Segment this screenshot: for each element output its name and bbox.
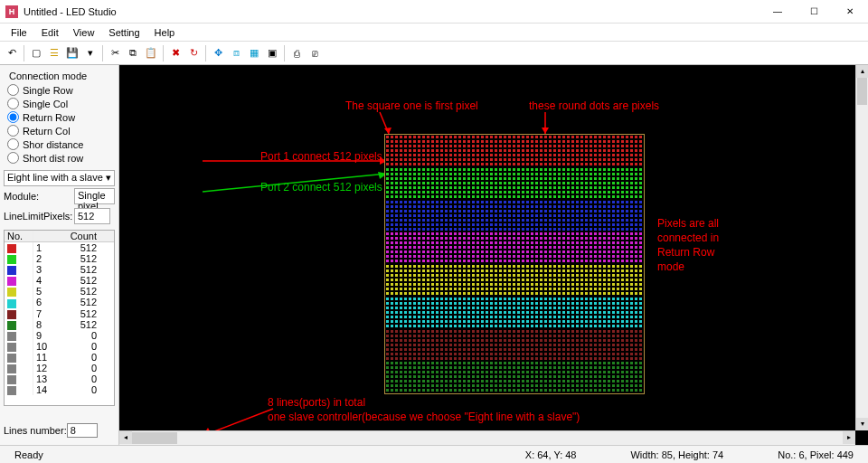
delete-icon[interactable]: ✖ xyxy=(167,45,184,61)
table-row[interactable]: 2512 xyxy=(5,253,114,264)
annot-bottom2: one slave controller(because we choose "… xyxy=(268,411,580,423)
table-row[interactable]: 140 xyxy=(5,384,114,395)
annot-right1: Pixels are all xyxy=(657,217,719,230)
lines-input[interactable] xyxy=(67,423,98,438)
table-row[interactable]: 120 xyxy=(5,363,114,373)
table-row[interactable]: 8512 xyxy=(5,319,114,330)
import-icon[interactable]: ⎚ xyxy=(307,45,323,61)
status-wh: Width: 85, Height: 74 xyxy=(621,449,732,460)
th-no: No. xyxy=(5,231,33,241)
table-row[interactable]: 110 xyxy=(5,352,114,363)
svg-marker-1 xyxy=(384,128,392,134)
menu-view[interactable]: View xyxy=(66,27,102,38)
module-row: Module: Single pixel xyxy=(4,188,115,204)
export-icon[interactable]: ⎙ xyxy=(288,45,305,61)
table-row[interactable]: 5512 xyxy=(5,286,114,297)
select-all-icon[interactable]: ▣ xyxy=(264,45,280,61)
close-button[interactable]: ✕ xyxy=(832,1,868,23)
status-ready: Ready xyxy=(5,449,52,460)
status-xy: X: 64, Y: 48 xyxy=(516,449,586,460)
svg-marker-3 xyxy=(542,128,549,134)
linelimit-row: LineLimitPixels: xyxy=(4,208,115,224)
toolbar: ↶ ▢ ☰ 💾 ▾ ✂ ⧉ 📋 ✖ ↻ ✥ ⧈ ▦ ▣ ⎙ ⎚ xyxy=(0,42,868,65)
annot-port2: Port 2 connect 512 pixels xyxy=(260,181,382,194)
table-row[interactable]: 1512 xyxy=(5,242,114,253)
menu-edit[interactable]: Edit xyxy=(34,27,66,38)
annot-right2: connected in xyxy=(657,232,719,244)
app-icon: H xyxy=(5,5,18,18)
sidebar: Connection mode Single Row Single Col Re… xyxy=(0,65,119,445)
table-row[interactable]: 100 xyxy=(5,341,114,352)
maximize-button[interactable]: ☐ xyxy=(796,1,832,23)
annot-right4: mode xyxy=(657,260,684,273)
module-select[interactable]: Single pixel xyxy=(74,188,115,204)
new-icon[interactable]: ▢ xyxy=(28,45,44,61)
svg-line-0 xyxy=(380,112,389,134)
radio-short-dist-row[interactable]: Short dist row xyxy=(4,151,115,165)
annot-port1: Port 1 connect 512 pixels xyxy=(260,150,382,163)
statusbar: Ready X: 64, Y: 48 Width: 85, Height: 74… xyxy=(0,445,868,463)
connection-group-label: Connection mode xyxy=(4,69,115,83)
lines-row: Lines number: xyxy=(4,420,115,441)
slave-mode-select[interactable]: Eight line with a slave ▾ xyxy=(4,170,115,186)
annot-square-first: The square one is first pixel xyxy=(345,99,478,112)
refresh-icon[interactable]: ↻ xyxy=(185,45,202,61)
window-buttons: — ☐ ✕ xyxy=(760,1,868,23)
canvas-area[interactable]: The square one is first pixel these roun… xyxy=(119,65,868,445)
table-row[interactable]: 3512 xyxy=(5,264,114,275)
menu-help[interactable]: Help xyxy=(147,27,183,38)
menubar: File Edit View Setting Help xyxy=(0,24,868,42)
radio-single-col[interactable]: Single Col xyxy=(4,97,115,110)
move-icon[interactable]: ✥ xyxy=(210,45,226,61)
linelimit-input[interactable] xyxy=(74,208,110,224)
annot-bottom1: 8 lines(ports) in total xyxy=(268,396,365,409)
table-header: No. Count xyxy=(5,231,114,242)
radio-single-row[interactable]: Single Row xyxy=(4,83,115,97)
linelimit-label: LineLimitPixels: xyxy=(4,211,74,222)
table-row[interactable]: 7512 xyxy=(5,308,114,319)
table-row[interactable]: 130 xyxy=(5,373,114,384)
main: Connection mode Single Row Single Col Re… xyxy=(0,65,868,445)
horizontal-scrollbar[interactable]: ◂ ▸ xyxy=(119,430,855,445)
table-row[interactable]: 6512 xyxy=(5,297,114,307)
undo-icon[interactable]: ↶ xyxy=(4,45,20,61)
annot-right3: Return Row xyxy=(657,246,714,259)
menu-setting[interactable]: Setting xyxy=(101,27,146,38)
module-label: Module: xyxy=(4,191,74,202)
chevron-down-icon[interactable]: ▾ xyxy=(82,45,99,61)
status-np: No.: 6, Pixel: 449 xyxy=(769,449,863,460)
radio-return-row[interactable]: Return Row xyxy=(4,110,115,124)
table-row[interactable]: 4512 xyxy=(5,275,114,286)
copy-icon[interactable]: ⧉ xyxy=(125,45,141,61)
minimize-button[interactable]: — xyxy=(760,1,796,23)
open-icon[interactable]: ☰ xyxy=(46,45,62,61)
annot-round-pixels: these round dots are pixels xyxy=(529,99,659,112)
grid-icon[interactable]: ▦ xyxy=(246,45,262,61)
lines-label: Lines number: xyxy=(4,425,67,436)
vertical-scrollbar[interactable]: ▴ ▾ xyxy=(855,65,868,430)
port-table[interactable]: No. Count 151225123512451255126512751285… xyxy=(4,230,115,406)
pixel-grid xyxy=(384,134,645,394)
radio-shor-distance[interactable]: Shor distance xyxy=(4,137,115,151)
save-icon[interactable]: 💾 xyxy=(64,45,80,61)
align-icon[interactable]: ⧈ xyxy=(228,45,244,61)
radio-return-col[interactable]: Return Col xyxy=(4,124,115,137)
cut-icon[interactable]: ✂ xyxy=(107,45,123,61)
table-row[interactable]: 90 xyxy=(5,330,114,341)
paste-icon[interactable]: 📋 xyxy=(143,45,159,61)
window-title: Untitled - LED Studio xyxy=(24,6,760,17)
menu-file[interactable]: File xyxy=(4,27,34,38)
titlebar: H Untitled - LED Studio — ☐ ✕ xyxy=(0,0,868,24)
th-count: Count xyxy=(61,231,104,241)
